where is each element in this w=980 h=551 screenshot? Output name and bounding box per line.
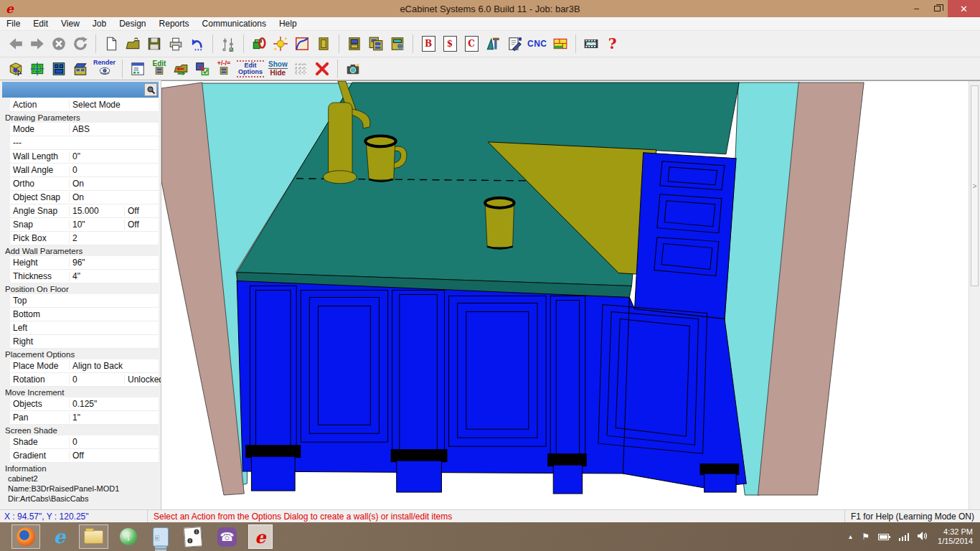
param-row-height[interactable]: Height96" bbox=[10, 256, 159, 270]
close-button[interactable]: ✕ bbox=[948, 0, 980, 17]
new-document-button[interactable] bbox=[100, 33, 122, 55]
menu-job[interactable]: Job bbox=[86, 18, 113, 29]
param-value[interactable]: 0" bbox=[69, 151, 159, 161]
restore-button[interactable] bbox=[927, 0, 948, 17]
clock[interactable]: 4:32 PM 1/15/2014 bbox=[938, 527, 973, 546]
print-button[interactable] bbox=[165, 33, 187, 55]
param-row-object-snap[interactable]: Object SnapOn bbox=[10, 191, 159, 204]
param-row-shade[interactable]: Shade0 bbox=[10, 435, 159, 449]
param-row-snap[interactable]: Snap10"Off bbox=[10, 218, 159, 232]
show-hide-button[interactable]: ShowHide bbox=[266, 59, 290, 79]
param-row-thickness[interactable]: Thickness4" bbox=[10, 270, 159, 283]
measure-tools-button[interactable] bbox=[482, 33, 504, 55]
network-signal-icon[interactable] bbox=[897, 533, 909, 541]
battery-icon[interactable] bbox=[878, 534, 889, 540]
cnc-button[interactable]: CNC bbox=[525, 33, 550, 55]
param-row-wall-length[interactable]: Wall Length0" bbox=[10, 150, 159, 164]
plan-view-button[interactable] bbox=[27, 59, 48, 79]
param-value[interactable]: 0 bbox=[69, 375, 124, 385]
front-view-button[interactable] bbox=[70, 59, 91, 79]
show-hidden-icons-icon[interactable]: ▲ bbox=[847, 534, 853, 540]
param-value[interactable]: 10" bbox=[69, 220, 124, 230]
elevation-view-button[interactable] bbox=[48, 59, 70, 79]
param-row-ortho[interactable]: OrthoOn bbox=[10, 177, 159, 191]
cabinet-copy-button[interactable] bbox=[365, 33, 387, 55]
param-row-pan[interactable]: Pan1" bbox=[10, 411, 159, 425]
save-button[interactable] bbox=[143, 33, 165, 55]
taskbar-download-manager-button[interactable]: ↓ bbox=[116, 524, 141, 549]
edit-report-button[interactable] bbox=[504, 33, 525, 55]
param-value[interactable]: 96" bbox=[69, 258, 159, 268]
minimize-button[interactable]: – bbox=[906, 0, 927, 17]
open-folder-button[interactable] bbox=[122, 33, 143, 55]
grid-dots-button[interactable] bbox=[290, 59, 311, 79]
param-value[interactable]: Align to Back bbox=[69, 361, 159, 371]
param-value[interactable]: Select Mode bbox=[69, 100, 159, 110]
param-row-gradient[interactable]: GradientOff bbox=[10, 449, 159, 463]
help-button[interactable]: ? bbox=[602, 33, 623, 55]
options-dialog-button[interactable] bbox=[127, 59, 149, 79]
param-extra[interactable]: Unlocked bbox=[124, 375, 159, 385]
letter-doc-button[interactable]: $ bbox=[439, 33, 461, 55]
menu-edit[interactable]: Edit bbox=[27, 18, 55, 29]
taskbar-ecabinet-button[interactable]: e bbox=[248, 524, 273, 549]
param-row-pick-box[interactable]: Pick Box2 bbox=[10, 232, 159, 245]
assign-check-button[interactable] bbox=[192, 59, 213, 79]
stop-button[interactable] bbox=[48, 33, 70, 55]
taskbar-internet-explorer-button[interactable]: e bbox=[47, 524, 72, 549]
param-row-objects[interactable]: Objects0.125" bbox=[10, 397, 159, 411]
param-row-angle-snap[interactable]: Angle Snap15.000Off bbox=[10, 204, 159, 218]
taskbar-firefox-button[interactable] bbox=[11, 524, 40, 549]
menu-reports[interactable]: Reports bbox=[153, 18, 196, 29]
param-value[interactable]: 15.000 bbox=[69, 206, 124, 216]
param-value[interactable]: On bbox=[69, 192, 159, 202]
param-value[interactable]: 1" bbox=[69, 413, 159, 423]
taskbar-file-explorer-button[interactable] bbox=[79, 524, 108, 549]
param-value[interactable]: On bbox=[69, 179, 159, 189]
param-value[interactable]: 4" bbox=[69, 271, 159, 281]
param-row--[interactable]: --- bbox=[10, 136, 159, 150]
param-extra[interactable]: Off bbox=[124, 206, 159, 216]
param-value[interactable]: 0 bbox=[69, 165, 159, 175]
taskbar-viber-button[interactable]: ☎ bbox=[213, 524, 241, 549]
volume-icon[interactable] bbox=[918, 532, 928, 542]
viewport-3d[interactable]: > bbox=[161, 80, 980, 509]
menu-design[interactable]: Design bbox=[113, 18, 152, 29]
menu-communications[interactable]: Communications bbox=[196, 18, 273, 29]
param-value[interactable]: 0 bbox=[69, 437, 159, 447]
edit-cabinet-button[interactable]: Edit bbox=[149, 59, 170, 79]
param-row-action[interactable]: ActionSelect Mode bbox=[10, 98, 159, 112]
nest-layout-button[interactable] bbox=[550, 33, 571, 55]
edit-options-button[interactable]: EditOptions bbox=[235, 59, 266, 79]
door-panel-button[interactable] bbox=[313, 33, 334, 55]
param-row-mode[interactable]: ModeABS bbox=[10, 123, 159, 136]
param-value[interactable]: 0.125" bbox=[69, 399, 159, 409]
molding-profile-button[interactable] bbox=[291, 33, 313, 55]
panel-pin-button[interactable] bbox=[144, 83, 157, 96]
menu-file[interactable]: File bbox=[0, 18, 27, 29]
param-row-wall-angle[interactable]: Wall Angle0 bbox=[10, 164, 159, 177]
letter-doc-button[interactable]: C bbox=[461, 33, 482, 55]
taskbar-calculator-button[interactable]: 0 bbox=[149, 524, 173, 549]
menu-help[interactable]: Help bbox=[273, 18, 303, 29]
panel-expander[interactable]: > bbox=[971, 85, 979, 286]
param-extra[interactable]: Off bbox=[124, 220, 159, 230]
forward-arrow-button[interactable] bbox=[27, 33, 48, 55]
room-3d-button[interactable] bbox=[5, 59, 27, 79]
swap-folders-button[interactable] bbox=[170, 59, 192, 79]
param-row-bottom[interactable]: Bottom bbox=[10, 308, 159, 321]
filmstrip-button[interactable] bbox=[580, 33, 602, 55]
param-row-right[interactable]: Right bbox=[10, 335, 159, 349]
back-arrow-button[interactable] bbox=[5, 33, 27, 55]
action-center-flag-icon[interactable]: ⚑ bbox=[862, 532, 870, 542]
refresh-button[interactable] bbox=[70, 33, 91, 55]
param-value[interactable]: ABS bbox=[69, 124, 159, 134]
calc-cabinet-button[interactable]: +/-/= bbox=[213, 59, 235, 79]
param-row-left[interactable]: Left bbox=[10, 321, 159, 335]
cabinet-textured-button[interactable] bbox=[387, 33, 408, 55]
menu-view[interactable]: View bbox=[55, 18, 86, 29]
taskbar-journal-button[interactable]: 12 bbox=[180, 524, 206, 549]
drawing-settings-button[interactable] bbox=[217, 33, 239, 55]
render-button[interactable]: Render bbox=[91, 59, 118, 79]
param-row-rotation[interactable]: Rotation0Unlocked bbox=[10, 373, 159, 387]
